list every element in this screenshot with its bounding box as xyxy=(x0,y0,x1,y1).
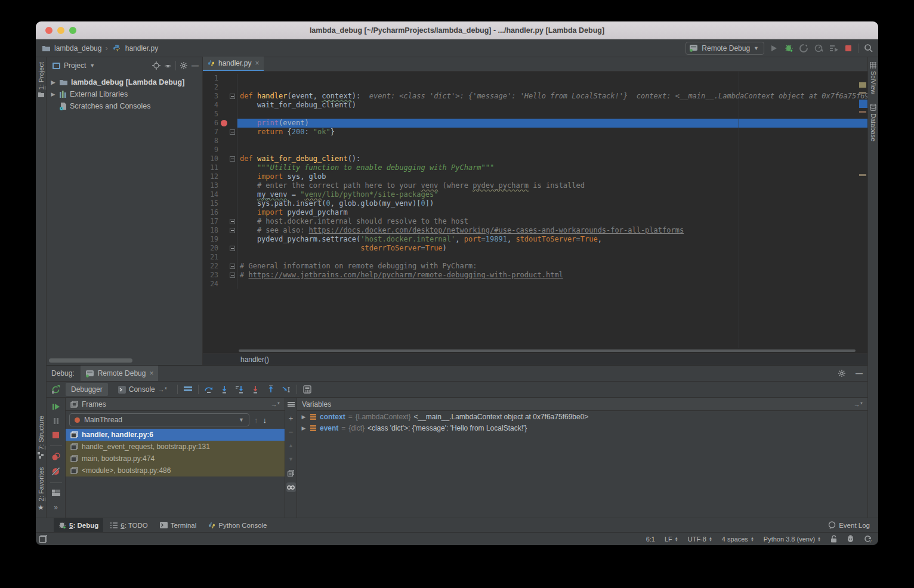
gutter-mark-slot[interactable] xyxy=(218,244,229,253)
gutter-mark-slot[interactable] xyxy=(218,163,229,172)
tool-stripe-sciview-button[interactable]: SciView xyxy=(870,62,877,94)
highlighting-level-icon[interactable] xyxy=(847,535,854,543)
close-window-button[interactable] xyxy=(45,27,53,34)
more-actions-button[interactable]: » xyxy=(54,503,58,512)
line-number[interactable]: 12 xyxy=(203,172,218,181)
stack-frame-item[interactable]: handler, handler.py:6 xyxy=(66,429,285,441)
fold-icon[interactable] xyxy=(230,129,235,135)
force-step-into-button[interactable] xyxy=(250,384,261,395)
gear-icon[interactable] xyxy=(838,369,846,377)
restart-notification-icon[interactable]: ? xyxy=(864,535,872,543)
line-number[interactable]: 14 xyxy=(203,190,218,199)
scrollbar-warning-mark[interactable] xyxy=(859,111,866,113)
line-number[interactable]: 22 xyxy=(203,262,218,271)
line-number[interactable]: 3 xyxy=(203,92,218,101)
line-number[interactable]: 24 xyxy=(203,280,218,289)
gutter-mark-slot[interactable] xyxy=(218,226,229,235)
thread-selector[interactable]: MainThread ▼ xyxy=(69,413,249,426)
indent-widget[interactable]: 4 spaces ▲▼ xyxy=(722,536,754,543)
fold-icon[interactable] xyxy=(230,94,235,99)
zoom-window-button[interactable] xyxy=(69,27,76,34)
gear-icon[interactable] xyxy=(180,61,188,70)
profiler-button[interactable] xyxy=(813,43,824,54)
fold-icon[interactable] xyxy=(230,228,235,233)
gutter-mark-slot[interactable] xyxy=(218,119,229,128)
line-number[interactable]: 23 xyxy=(203,271,218,280)
variable-item[interactable]: ▶event = {dict} <class 'dict'>: {'messag… xyxy=(297,422,867,434)
pause-button[interactable] xyxy=(53,417,60,425)
toolwindow-switcher-icon[interactable] xyxy=(39,535,47,543)
step-out-button[interactable] xyxy=(265,384,276,395)
toolwindow-debug-button[interactable]: 5: Debug xyxy=(54,518,103,533)
line-number[interactable]: 11 xyxy=(203,163,218,172)
move-down-button[interactable]: ▼ xyxy=(286,455,296,463)
line-number[interactable]: 19 xyxy=(203,235,218,244)
variable-item[interactable]: ▶context = {LambdaContext} <__main__.Lam… xyxy=(297,411,867,422)
evaluate-expression-button[interactable] xyxy=(302,384,313,395)
scrollbar-warning-mark[interactable] xyxy=(859,92,866,94)
breadcrumb-file[interactable]: handler.py xyxy=(125,44,158,52)
next-frame-button[interactable]: ↓ xyxy=(263,416,267,425)
stack-frame-item[interactable]: <module>, bootstrap.py:486 xyxy=(66,465,285,476)
coverage-button[interactable] xyxy=(798,43,809,54)
tab-debugger[interactable]: Debugger xyxy=(66,383,108,396)
locate-file-icon[interactable] xyxy=(152,61,160,70)
gutter-mark-slot[interactable] xyxy=(218,235,229,244)
run-button[interactable] xyxy=(768,43,779,54)
breadcrumb-project[interactable]: lambda_debug xyxy=(54,44,101,52)
gutter-mark-slot[interactable] xyxy=(218,199,229,208)
restore-layout-button[interactable] xyxy=(52,490,60,497)
layout-icon[interactable] xyxy=(286,400,296,408)
gutter-mark-slot[interactable] xyxy=(218,181,229,190)
gutter-mark-slot[interactable] xyxy=(218,101,229,110)
tool-stripe-favorites-button[interactable]: 2: Favorites ★ xyxy=(38,467,45,512)
fold-icon[interactable] xyxy=(230,219,235,224)
rerun-button[interactable] xyxy=(50,384,61,395)
line-number[interactable]: 20 xyxy=(203,244,218,253)
gutter-mark-slot[interactable] xyxy=(218,110,229,119)
breadcrumb-function[interactable]: handler() xyxy=(240,355,269,364)
move-up-button[interactable]: ▲ xyxy=(286,441,296,450)
event-log-button[interactable]: Event Log xyxy=(823,518,875,533)
project-panel-title[interactable]: Project xyxy=(64,61,86,70)
line-number[interactable]: 2 xyxy=(203,83,218,92)
run-configuration-select[interactable]: Remote Debug ▼ xyxy=(686,42,764,55)
code-area[interactable]: 123def handler(event, context): event: <… xyxy=(203,72,867,348)
analysis-status-mark[interactable] xyxy=(859,82,866,88)
scrollbar-execution-mark[interactable] xyxy=(859,100,867,108)
project-tree-item[interactable]: ▶lambda_debug [Lambda Debug] xyxy=(47,76,202,88)
expand-arrow-icon[interactable]: ▶ xyxy=(301,425,307,431)
step-into-button[interactable] xyxy=(219,384,230,395)
add-watch-button[interactable]: + xyxy=(286,414,296,422)
step-over-button[interactable] xyxy=(203,384,214,395)
line-number[interactable]: 18 xyxy=(203,226,218,235)
layout-settings-icon[interactable] xyxy=(183,384,193,395)
gutter-mark-slot[interactable] xyxy=(218,137,229,146)
line-number[interactable]: 8 xyxy=(203,137,218,146)
collapse-all-icon[interactable] xyxy=(164,62,172,70)
tab-console[interactable]: Console →* xyxy=(113,383,172,396)
editor-horizontal-scrollbar[interactable] xyxy=(203,348,867,353)
run-to-cursor-button[interactable] xyxy=(281,384,292,395)
gutter-mark-slot[interactable] xyxy=(218,83,229,92)
gutter-mark-slot[interactable] xyxy=(218,172,229,181)
project-horizontal-scrollbar[interactable] xyxy=(49,358,132,363)
line-number[interactable]: 5 xyxy=(203,110,218,119)
search-everywhere-button[interactable] xyxy=(863,43,873,54)
encoding-widget[interactable]: UTF-8 ▲▼ xyxy=(688,536,712,543)
gutter-mark-slot[interactable] xyxy=(218,208,229,217)
line-separator-widget[interactable]: LF ▲▼ xyxy=(665,536,678,543)
gutter-mark-slot[interactable] xyxy=(218,280,229,289)
line-number[interactable]: 17 xyxy=(203,217,218,226)
caret-position[interactable]: 6:1 xyxy=(646,536,655,543)
stop-button[interactable] xyxy=(52,431,60,439)
gutter-mark-slot[interactable] xyxy=(218,146,229,154)
toolwindow-python-console-button[interactable]: Python Console xyxy=(203,518,271,533)
session-close-icon[interactable]: × xyxy=(149,369,153,377)
interpreter-widget[interactable]: Python 3.8 (venv) ▲▼ xyxy=(764,536,821,543)
fold-icon[interactable] xyxy=(230,156,235,162)
debug-button[interactable] xyxy=(783,43,794,54)
fold-icon[interactable] xyxy=(230,273,235,278)
gutter-mark-slot[interactable] xyxy=(218,128,229,137)
pin-icon[interactable]: →* xyxy=(271,401,280,408)
